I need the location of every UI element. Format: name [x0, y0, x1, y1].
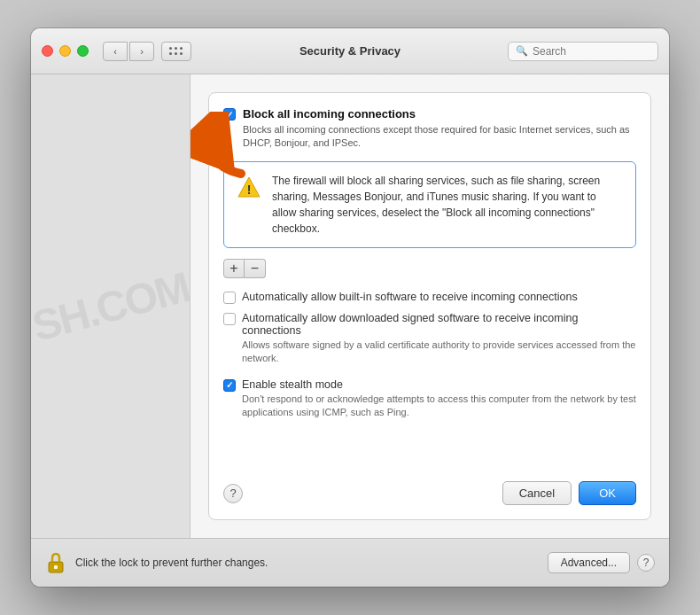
warning-icon: ! [237, 175, 261, 199]
ok-button[interactable]: OK [579, 481, 636, 505]
block-incoming-row: Block all incoming connections Blocks al… [223, 107, 636, 151]
help-button[interactable]: ? [223, 484, 243, 503]
stealth-mode-row: Enable stealth mode Don't respond to or … [223, 378, 636, 420]
search-icon: 🔍 [516, 45, 528, 57]
auto-signed-checkbox[interactable] [223, 313, 236, 325]
auto-builtin-label: Automatically allow built-in software to… [242, 291, 636, 303]
grid-icon [169, 47, 183, 56]
advanced-button[interactable]: Advanced... [548, 552, 630, 573]
system-preferences-window: ‹ › Security & Privacy 🔍 SH.COM [31, 28, 669, 587]
auto-signed-row: Automatically allow downloaded signed so… [223, 312, 636, 366]
auto-builtin-text: Automatically allow built-in software to… [242, 291, 636, 305]
stealth-mode-text: Enable stealth mode Don't respond to or … [242, 378, 636, 420]
stealth-mode-desc: Don't respond to or acknowledge attempts… [242, 393, 636, 420]
warning-box: ! The firewall will block all sharing se… [223, 161, 636, 248]
maximize-button[interactable] [77, 45, 89, 57]
auto-signed-label: Automatically allow downloaded signed so… [242, 312, 636, 337]
add-remove-buttons: + − [223, 259, 636, 278]
nav-buttons: ‹ › [103, 42, 154, 61]
stealth-mode-checkbox[interactable] [223, 379, 236, 392]
warning-text: The firewall will block all sharing serv… [272, 173, 623, 237]
back-button[interactable]: ‹ [103, 42, 128, 61]
lock-text: Click the lock to prevent further change… [75, 557, 268, 569]
auto-builtin-checkbox[interactable] [223, 292, 236, 304]
bottom-bar: Click the lock to prevent further change… [31, 538, 669, 587]
grid-view-button[interactable] [161, 42, 191, 61]
auto-signed-desc: Allows software signed by a valid certif… [242, 339, 636, 366]
watermark: SH.COM [31, 262, 191, 351]
bottom-help-button[interactable]: ? [637, 554, 655, 572]
titlebar: ‹ › Security & Privacy 🔍 [31, 28, 669, 74]
bottom-buttons-row: ? Cancel OK [223, 471, 636, 505]
search-box[interactable]: 🔍 [508, 42, 658, 61]
add-button[interactable]: + [223, 259, 245, 278]
content-area: SH.COM [31, 74, 669, 538]
close-button[interactable] [42, 45, 53, 57]
sidebar: SH.COM [31, 74, 191, 538]
auto-signed-text: Automatically allow downloaded signed so… [242, 312, 636, 366]
remove-button[interactable]: − [245, 259, 266, 278]
search-input[interactable] [533, 45, 650, 58]
svg-rect-3 [54, 565, 58, 569]
window-title: Security & Privacy [299, 44, 401, 58]
forward-button[interactable]: › [129, 42, 154, 61]
svg-text:!: ! [247, 183, 252, 197]
firewall-panel: Block all incoming connections Blocks al… [208, 92, 651, 520]
action-buttons: Cancel OK [502, 481, 636, 505]
lock-icon [45, 550, 66, 575]
stealth-mode-label: Enable stealth mode [242, 378, 636, 391]
block-incoming-desc: Blocks all incoming connections except t… [243, 123, 636, 151]
lock-container: Click the lock to prevent further change… [45, 550, 268, 575]
cancel-button[interactable]: Cancel [502, 481, 572, 505]
auto-builtin-row: Automatically allow built-in software to… [223, 291, 636, 305]
minimize-button[interactable] [59, 45, 71, 57]
block-incoming-checkbox[interactable] [223, 108, 236, 121]
main-panel: Block all incoming connections Blocks al… [191, 74, 669, 538]
traffic-lights [42, 45, 89, 57]
block-incoming-text: Block all incoming connections Blocks al… [243, 107, 636, 151]
block-incoming-title: Block all incoming connections [243, 107, 636, 121]
